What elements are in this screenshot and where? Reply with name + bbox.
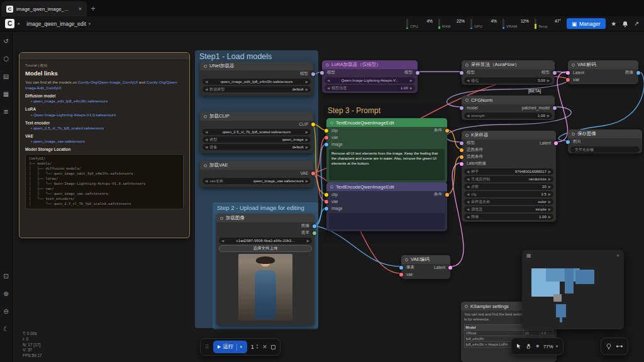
vae-name-widget[interactable]: vae名称qwen_image_vae.safetensors — [203, 178, 311, 184]
model-input-port[interactable] — [460, 71, 464, 75]
pan-tool-icon[interactable] — [526, 343, 532, 349]
cfg-widget[interactable]: cfg2.5 — [464, 191, 553, 197]
combo-left-icon[interactable] — [205, 179, 208, 183]
combo-left-icon[interactable] — [205, 145, 208, 149]
clip-type-widget[interactable]: 类型qwen_image — [203, 136, 311, 143]
stop-icon[interactable] — [271, 345, 275, 349]
vae-input-port[interactable] — [566, 78, 570, 82]
collapse-icon[interactable] — [465, 305, 468, 308]
workflow-name-menu[interactable]: image_qwen_image_edit ▾ — [26, 21, 91, 27]
node-header[interactable]: UNet加载器 — [200, 62, 313, 70]
combo-left-icon[interactable] — [467, 207, 469, 211]
node-save-image[interactable]: 保存图像 图片 文件名前缀 — [568, 129, 642, 153]
collapse-icon[interactable] — [330, 121, 333, 124]
node-suggestions-icon[interactable] — [606, 343, 612, 350]
combo-right-icon[interactable] — [306, 87, 308, 91]
node-text-encode-positive[interactable]: TextEncodeQwenImageEdit clip 条件 vae imag… — [326, 118, 447, 184]
vae-input-port[interactable] — [399, 273, 403, 277]
image-output-port[interactable] — [636, 71, 640, 75]
minimap-layout-icon[interactable]: ▦ — [526, 253, 531, 258]
batch-count-stepper[interactable]: 1 ▲▼ — [251, 344, 258, 350]
zoom-level-control[interactable]: 77% ▼ — [543, 344, 558, 349]
model-input-port[interactable] — [460, 141, 464, 145]
latent-input-port[interactable] — [566, 71, 570, 75]
steps-widget[interactable]: 步数20 — [464, 184, 553, 190]
collapse-icon[interactable] — [465, 99, 469, 102]
clip-input-port[interactable] — [325, 129, 328, 133]
seed-widget[interactable]: 种子976480016588017 — [464, 168, 553, 175]
dtype-widget[interactable]: 数据类型default — [203, 86, 311, 92]
group-title[interactable]: Step1 - Load models — [195, 50, 318, 63]
combo-right-icon[interactable] — [306, 179, 308, 183]
minimap-close-icon[interactable]: × — [616, 253, 619, 258]
image-input-port[interactable] — [325, 207, 328, 211]
pixels-input-port[interactable] — [399, 266, 403, 270]
select-tool-icon[interactable] — [516, 343, 522, 349]
collapse-icon[interactable] — [572, 63, 575, 67]
clip-name-widget[interactable]: qwen_2.5_vl_7b_fp8_scaled.safetensors — [203, 129, 311, 135]
node-vae-loader[interactable]: 加载VAE VAE vae名称qwen_image_vae.safetensor… — [200, 161, 313, 187]
workflows-icon[interactable]: ↺ — [3, 38, 8, 45]
fit-view-icon[interactable]: ⊡ — [3, 273, 8, 280]
combo-right-icon[interactable] — [306, 80, 308, 84]
clip-output-port[interactable] — [311, 123, 315, 126]
node-cfg-norm[interactable]: CFGNorm model patched_model strength1.00 — [462, 96, 555, 120]
clip-input-port[interactable] — [325, 193, 328, 197]
scheduler-widget[interactable]: 调度器simple — [464, 206, 553, 212]
node-header[interactable]: 加载VAE — [200, 161, 313, 170]
latent-input-port[interactable] — [460, 162, 464, 166]
node-load-image[interactable]: 加载图像 图像 遮罩 c1ad2987-9508-4ba2-a94c-20b3.… — [216, 214, 314, 326]
unet-name-widget[interactable]: qwen_image_edit_fp8_e4m3fn.safetensors — [203, 79, 311, 85]
conditioning-output-port[interactable] — [445, 129, 449, 133]
collapse-icon[interactable] — [465, 63, 469, 67]
group-title[interactable]: Step 3 - Prompt — [323, 104, 450, 117]
zoom-out-icon[interactable]: ⊖ — [3, 308, 8, 315]
manager-button[interactable]: ▣ Manager — [567, 18, 606, 29]
toggle-controls[interactable] — [601, 337, 628, 355]
conditioning-output-port[interactable] — [445, 193, 449, 197]
collapse-icon[interactable] — [326, 63, 329, 67]
group-title[interactable]: Step 2 - Upload image for editing — [213, 202, 318, 213]
lora-strength-widget[interactable]: 模型强度1.00 — [325, 85, 415, 91]
node-header[interactable]: 加载图像 — [216, 214, 314, 222]
model-link[interactable]: Qwen-Image-Lightning-4steps-V1.0.safeten… — [31, 112, 184, 118]
combo-right-icon[interactable] — [410, 86, 413, 90]
node-header[interactable]: TextEncodeQwenImageEdit — [326, 182, 447, 191]
note-model-links[interactable]: Tutorial | 教程 Model links You can find a… — [19, 52, 190, 238]
collapse-icon[interactable] — [220, 217, 223, 220]
vae-input-port[interactable] — [325, 136, 328, 140]
node-text-encode-negative[interactable]: TextEncodeQwenImageEdit clip 条件 vae imag… — [326, 182, 447, 231]
drag-handle-icon[interactable]: ⠿ — [205, 344, 209, 350]
image-input-port[interactable] — [325, 143, 328, 146]
combo-right-icon[interactable] — [307, 239, 309, 243]
collapse-icon[interactable] — [330, 185, 333, 189]
combo-right-icon[interactable] — [306, 130, 308, 134]
model-input-port[interactable] — [460, 106, 464, 110]
combo-left-icon[interactable] — [467, 192, 469, 196]
menu-chevron-icon[interactable]: ▾ — [18, 21, 19, 26]
run-button[interactable]: 运行 ▼ — [213, 341, 247, 353]
combo-left-icon[interactable] — [467, 114, 469, 118]
node-header[interactable]: 保存图像 — [568, 129, 642, 138]
run-toolbar[interactable]: ⠿ 运行 ▼ 1 ▲▼ ✕ — [200, 338, 280, 356]
strength-widget[interactable]: strength1.00 — [464, 112, 552, 119]
combo-right-icon[interactable] — [548, 170, 551, 173]
upload-button[interactable]: 选择文件上传 — [219, 245, 312, 252]
node-header[interactable]: TextEncodeQwenImageEdit — [326, 118, 447, 127]
combo-left-icon[interactable] — [467, 215, 469, 219]
interrupt-icon[interactable]: ✕ — [262, 344, 267, 350]
vae-input-port[interactable] — [325, 200, 328, 204]
denoise-widget[interactable]: 降噪1.00 — [464, 214, 553, 220]
templates-icon[interactable]: ▦ — [3, 90, 9, 98]
node-header[interactable]: VAE编码 — [401, 255, 450, 264]
combo-left-icon[interactable] — [327, 86, 330, 90]
model-link[interactable]: qwen_image_vae.safetensors — [31, 139, 184, 145]
node-header[interactable]: 加载CLIP — [200, 112, 313, 121]
notifications-icon[interactable] — [622, 21, 628, 27]
latent-output-port[interactable] — [448, 266, 452, 270]
minimap[interactable]: ▦ × — [522, 250, 624, 329]
new-tab-button[interactable]: + — [87, 3, 99, 15]
combo-right-icon[interactable] — [410, 79, 413, 82]
combo-right-icon[interactable] — [306, 138, 308, 141]
node-header[interactable]: K采样器 — [462, 131, 556, 140]
